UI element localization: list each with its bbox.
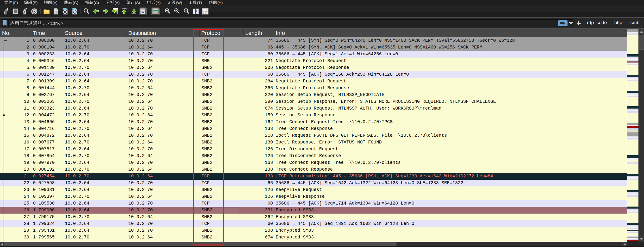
svg-text:3: 3 (206, 12, 208, 14)
svg-text:(G): (G) (73, 1, 78, 5)
svg-text:(T): (T) (197, 1, 202, 5)
svg-text:(E): (E) (32, 1, 38, 5)
svg-text:(A): (A) (114, 1, 120, 5)
svg-text:(V): (V) (52, 1, 58, 5)
svg-text:(W): (W) (176, 1, 182, 5)
svg-text:(C): (C) (94, 1, 99, 5)
svg-text:2: 2 (203, 12, 205, 14)
svg-text:(H): (H) (217, 1, 223, 5)
svg-text:... <Ctrl-/>: ... <Ctrl-/> (43, 21, 63, 26)
svg-text:1: 1 (206, 9, 208, 11)
svg-text:0111: 0111 (54, 13, 58, 15)
svg-text:(S): (S) (135, 1, 140, 5)
svg-text:(Y): (Y) (155, 1, 161, 5)
svg-text:(F): (F) (13, 1, 18, 5)
